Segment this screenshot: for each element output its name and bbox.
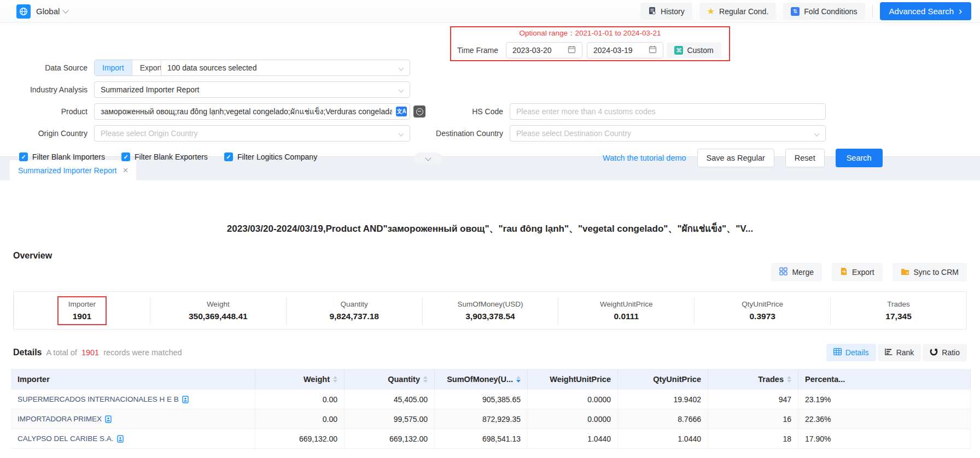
globe-icon [16,4,31,19]
table-row[interactable]: SUPERMERCADOS INTERNACIONALES H E B 0.00… [11,390,971,409]
export-label: Export [852,268,874,277]
view-ratio-button[interactable]: Ratio [923,344,967,361]
table-row[interactable]: CALYPSO DEL CARIBE S.A. 669,132.00 669,1… [11,429,971,449]
data-source-label: Data Source [0,60,88,76]
view-details-button[interactable]: Details [826,344,876,361]
filter-checkbox[interactable]: ✓ Filter Blank Importers [19,152,105,161]
table-row[interactable]: IMPORTADORA PRIMEX 0.00 99,575.00 872,92… [11,409,971,429]
check-mark: ✓ [123,154,128,161]
start-date-input[interactable]: 2023-03-20 [506,42,582,58]
view-rank-label: Rank [896,348,914,357]
chevron-right-icon: › [959,6,962,16]
stat-label: SumOfMoney(USD) [457,300,523,308]
end-date-input[interactable]: 2024-03-19 [587,42,663,58]
importer-name-link[interactable]: IMPORTADORA PRIMEX [18,415,102,423]
hs-code-label: HS Code [410,103,503,120]
advanced-search-button[interactable]: Advanced Search › [880,2,971,20]
importer-name-link[interactable]: SUPERMERCADOS INTERNACIONALES H E B [18,395,179,403]
history-button[interactable]: History [640,3,692,20]
merge-button[interactable]: Merge [771,263,822,281]
destination-country-select[interactable]: Please select Destination Country [510,125,826,142]
quantity-cell: 99,575.00 [345,409,435,428]
table-column-header[interactable]: SumOfMoney(U... [435,369,528,390]
translate-icon[interactable]: 文A [396,107,407,116]
stat-value: 17,345 [885,312,911,321]
view-details-label: Details [845,348,869,357]
custom-range-button[interactable]: ⌘ Custom [667,42,721,58]
hs-code-input[interactable] [510,103,826,120]
table-column-header[interactable]: Quantity [345,369,435,390]
product-label: Product [0,103,88,120]
sort-carets-icon[interactable] [787,376,791,383]
chevron-down-icon [814,131,820,137]
sort-carets-icon[interactable] [516,376,521,383]
details-row: Details A total of 1901 records were mat… [13,344,967,361]
company-profile-icon[interactable] [105,415,112,423]
tab-summarized-importer-report[interactable]: Summarized Importer Report × [10,160,136,180]
regular-cond-button[interactable]: ★ Regular Cond. [699,3,777,20]
calendar-icon[interactable] [649,45,657,55]
sync-to-crm-button[interactable]: + Sync to CRM [892,263,967,281]
close-icon[interactable]: × [123,166,129,175]
destination-country-label: Destination Country [410,125,503,142]
data-sources-value: 100 data sources selected [167,63,256,72]
table-column-header[interactable]: Trades [708,369,798,390]
fold-conditions-button[interactable]: ⇅ Fold Conditions [783,3,865,20]
tutorial-demo-link[interactable]: Watch the tutorial demo [603,154,686,162]
sum-of-money-cell: 698,541.13 [435,429,528,448]
column-label: Percenta... [805,375,845,384]
calendar-icon[interactable] [568,45,576,55]
view-rank-button[interactable]: Rank [878,344,921,361]
data-sources-select[interactable]: 100 data sources selected [161,60,410,76]
fold-conditions-label: Fold Conditions [804,7,857,16]
table-column-header[interactable]: Importer [11,369,255,390]
annotation-box-timeframe: Optional range：2021-01-01 to 2024-03-21 … [450,26,730,61]
column-label: Weight [304,375,330,384]
table-column-header[interactable]: WeightUnitPrice [528,369,618,390]
save-as-regular-button[interactable]: Save as Regular [697,149,774,167]
table-column-header[interactable]: QtyUnitPrice [618,369,708,390]
sum-of-money-cell: 872,929.35 [435,409,528,428]
stat-box: WeightUnitPrice 0.0111 [600,297,653,325]
table-icon [833,348,842,357]
importer-cell: SUPERMERCADOS INTERNACIONALES H E B [11,390,255,409]
importer-name-link[interactable]: CALYPSO DEL CARIBE S.A. [18,434,114,443]
collapse-form-button[interactable] [414,152,442,165]
chevron-down-icon[interactable] [63,7,69,13]
form-actions: Watch the tutorial demo Save as Regular … [603,149,883,167]
sort-carets-icon[interactable] [333,376,337,383]
weight-unit-price-cell: 0.0000 [528,409,618,428]
origin-country-label: Origin Country [0,125,88,142]
history-label: History [661,7,685,16]
merge-icon [779,267,788,277]
filter-label: Filter Logitics Company [237,152,317,161]
chevron-down-icon [399,131,404,137]
details-heading: Details [13,348,42,357]
import-tab[interactable]: Import [95,60,132,75]
table-column-header[interactable]: Weight [255,369,345,390]
reset-button[interactable]: Reset [785,149,825,167]
weight-unit-price-cell: 0.0000 [528,390,618,409]
sort-carets-icon[interactable] [423,376,428,383]
stat-label: Quantity [329,300,379,308]
filter-checkbox[interactable]: ✓ Filter Blank Exporters [121,152,208,161]
region-selector-label[interactable]: Global [36,7,60,16]
sync-to-crm-label: Sync to CRM [914,268,959,277]
stat-label: WeightUnitPrice [600,300,653,308]
svg-text:+: + [906,271,908,274]
weight-cell: 669,132.00 [255,429,345,448]
column-label: SumOfMoney(U... [447,375,513,384]
export-button[interactable]: Export [832,263,882,281]
industry-analysis-select[interactable]: Summarized Importer Report [94,81,410,98]
data-source-toggle: Import Export [94,60,170,76]
table-column-header[interactable]: Percenta... [798,369,971,390]
start-date-value: 2023-03-20 [512,46,552,55]
origin-country-select[interactable]: Please select Origin Country [94,125,410,142]
product-value: замороженный овощ;rau đông lạnh;vegetal … [101,105,392,118]
filter-checkbox[interactable]: ✓ Filter Logitics Company [224,152,317,161]
search-button[interactable]: Search [836,149,883,167]
product-input[interactable]: замороженный овощ;rau đông lạnh;vegetal … [94,103,410,120]
qty-unit-price-cell: 8.7666 [618,409,708,428]
company-profile-icon[interactable] [117,435,124,443]
company-profile-icon[interactable] [182,396,189,403]
